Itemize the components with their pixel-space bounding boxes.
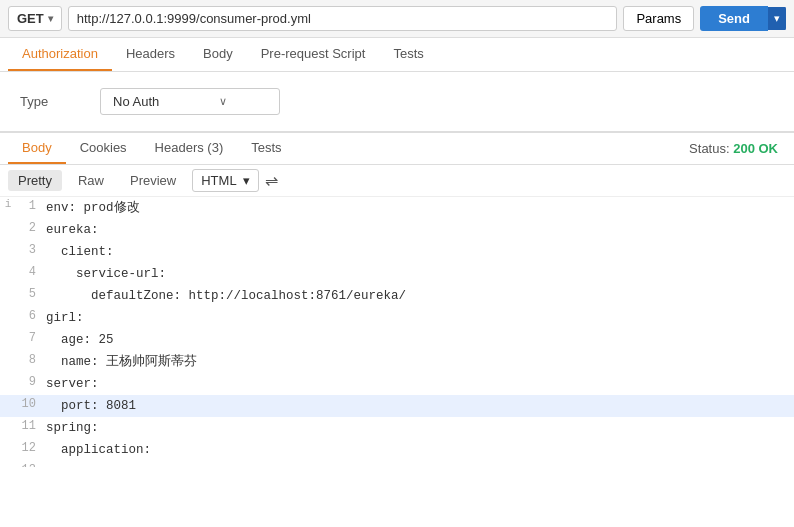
code-area[interactable]: i1env: prod修改2eureka:3 client:4 service-… bbox=[0, 197, 794, 467]
line-content: age: 25 bbox=[46, 329, 794, 351]
line-content: port: 8081 bbox=[46, 395, 794, 417]
line-number: 3 bbox=[16, 241, 46, 260]
pretty-button[interactable]: Pretty bbox=[8, 170, 62, 191]
send-dropdown-button[interactable]: ▾ bbox=[768, 7, 786, 30]
raw-button[interactable]: Raw bbox=[68, 170, 114, 191]
line-content: girl: bbox=[46, 307, 794, 329]
line-number: 1 bbox=[16, 197, 46, 216]
preview-button[interactable]: Preview bbox=[120, 170, 186, 191]
url-suffix: .yml bbox=[287, 11, 311, 26]
auth-type-dropdown[interactable]: No Auth ∨ bbox=[100, 88, 280, 115]
line-content: eureka: bbox=[46, 219, 794, 241]
line-number: 10 bbox=[16, 395, 46, 414]
url-selected: consumer-prod bbox=[200, 11, 287, 26]
line-info bbox=[0, 263, 16, 264]
format-chevron: ▾ bbox=[243, 173, 250, 188]
resp-tab-headers[interactable]: Headers (3) bbox=[141, 133, 238, 164]
line-info: i bbox=[0, 197, 16, 210]
line-info bbox=[0, 461, 16, 462]
method-select[interactable]: GET ▾ bbox=[8, 6, 62, 31]
table-row: 3 client: bbox=[0, 241, 794, 263]
status-value: 200 OK bbox=[733, 141, 778, 156]
line-number: 6 bbox=[16, 307, 46, 326]
line-content: name: 王杨帅阿斯蒂芬 bbox=[46, 351, 794, 373]
line-number: 7 bbox=[16, 329, 46, 348]
line-number: 11 bbox=[16, 417, 46, 436]
auth-dropdown-chevron: ∨ bbox=[219, 95, 227, 108]
table-row: 2eureka: bbox=[0, 219, 794, 241]
send-button[interactable]: Send bbox=[700, 6, 768, 31]
response-tabs-bar: Body Cookies Headers (3) Tests Status: 2… bbox=[0, 132, 794, 165]
method-label: GET bbox=[17, 11, 44, 26]
line-info bbox=[0, 285, 16, 286]
table-row: 10 port: 8081 bbox=[0, 395, 794, 417]
request-tabs: Authorization Headers Body Pre-request S… bbox=[0, 38, 794, 72]
body-toolbar: Pretty Raw Preview HTML ▾ ⇌ bbox=[0, 165, 794, 197]
line-number: 9 bbox=[16, 373, 46, 392]
resp-tab-body[interactable]: Body bbox=[8, 133, 66, 164]
tab-headers[interactable]: Headers bbox=[112, 38, 189, 71]
url-prefix: http://127.0.0.1:9999/ bbox=[77, 11, 200, 26]
line-info bbox=[0, 307, 16, 308]
auth-row: Type No Auth ∨ bbox=[20, 88, 774, 115]
send-btn-group: Send ▾ bbox=[700, 6, 786, 31]
top-bar: GET ▾ http://127.0.0.1:9999/consumer-pro… bbox=[0, 0, 794, 38]
line-content: name: consumer bbox=[46, 461, 794, 467]
auth-type-label: Type bbox=[20, 94, 80, 109]
format-label: HTML bbox=[201, 173, 236, 188]
line-info bbox=[0, 373, 16, 374]
line-info bbox=[0, 241, 16, 242]
table-row: i1env: prod修改 bbox=[0, 197, 794, 219]
response-status: Status: 200 OK bbox=[689, 141, 786, 156]
status-prefix: Status: bbox=[689, 141, 733, 156]
auth-type-value: No Auth bbox=[113, 94, 159, 109]
tab-prerequest[interactable]: Pre-request Script bbox=[247, 38, 380, 71]
line-number: 13 bbox=[16, 461, 46, 467]
table-row: 7 age: 25 bbox=[0, 329, 794, 351]
line-info bbox=[0, 439, 16, 440]
params-button[interactable]: Params bbox=[623, 6, 694, 31]
table-row: 8 name: 王杨帅阿斯蒂芬 bbox=[0, 351, 794, 373]
format-select[interactable]: HTML ▾ bbox=[192, 169, 258, 192]
resp-tab-cookies[interactable]: Cookies bbox=[66, 133, 141, 164]
table-row: 13 name: consumer bbox=[0, 461, 794, 467]
tab-authorization[interactable]: Authorization bbox=[8, 38, 112, 71]
line-number: 4 bbox=[16, 263, 46, 282]
line-info bbox=[0, 351, 16, 352]
line-content: application: bbox=[46, 439, 794, 461]
line-content: server: bbox=[46, 373, 794, 395]
table-row: 12 application: bbox=[0, 439, 794, 461]
tab-tests[interactable]: Tests bbox=[379, 38, 437, 71]
table-row: 5 defaultZone: http://localhost:8761/eur… bbox=[0, 285, 794, 307]
line-number: 12 bbox=[16, 439, 46, 458]
filter-icon[interactable]: ⇌ bbox=[265, 171, 278, 190]
line-info bbox=[0, 395, 16, 396]
method-chevron: ▾ bbox=[48, 13, 53, 24]
auth-section: Type No Auth ∨ bbox=[0, 72, 794, 132]
line-content: spring: bbox=[46, 417, 794, 439]
line-content: env: prod修改 bbox=[46, 197, 794, 219]
table-row: 9server: bbox=[0, 373, 794, 395]
line-number: 8 bbox=[16, 351, 46, 370]
table-row: 6girl: bbox=[0, 307, 794, 329]
line-content: defaultZone: http://localhost:8761/eurek… bbox=[46, 285, 794, 307]
url-bar[interactable]: http://127.0.0.1:9999/consumer-prod.yml bbox=[68, 6, 618, 31]
tab-body[interactable]: Body bbox=[189, 38, 247, 71]
table-row: 4 service-url: bbox=[0, 263, 794, 285]
response-section: Body Cookies Headers (3) Tests Status: 2… bbox=[0, 132, 794, 467]
line-info bbox=[0, 329, 16, 330]
line-number: 5 bbox=[16, 285, 46, 304]
line-content: client: bbox=[46, 241, 794, 263]
table-row: 11spring: bbox=[0, 417, 794, 439]
line-info bbox=[0, 417, 16, 418]
line-number: 2 bbox=[16, 219, 46, 238]
line-info bbox=[0, 219, 16, 220]
line-content: service-url: bbox=[46, 263, 794, 285]
resp-tab-tests[interactable]: Tests bbox=[237, 133, 295, 164]
